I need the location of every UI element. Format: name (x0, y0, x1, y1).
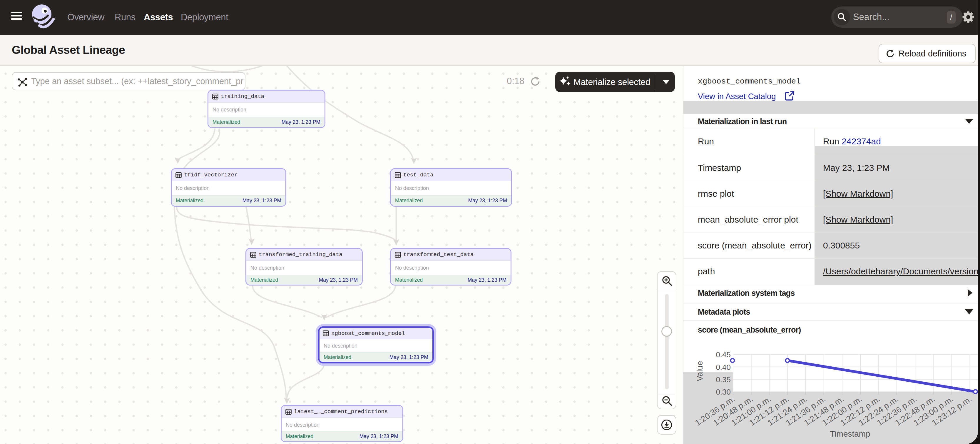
svg-text:Timestamp: Timestamp (830, 429, 870, 438)
svg-text:0.40: 0.40 (716, 363, 731, 372)
svg-text:Value: Value (695, 361, 704, 381)
svg-text:0.35: 0.35 (716, 375, 731, 384)
svg-text:0.30: 0.30 (716, 388, 731, 396)
svg-text:0.45: 0.45 (716, 350, 731, 359)
